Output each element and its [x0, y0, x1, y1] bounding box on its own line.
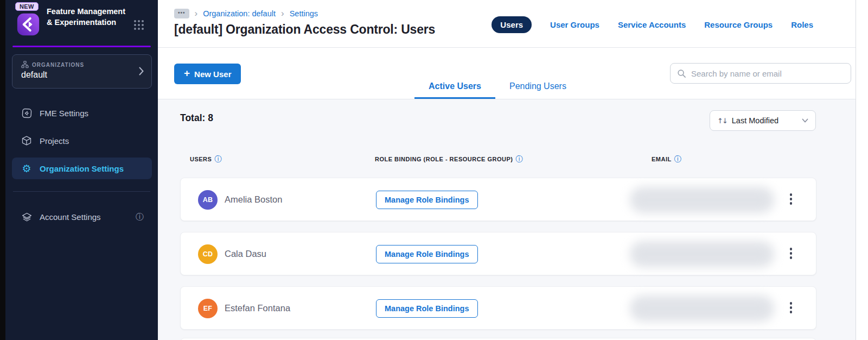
sidebar-item-label: Account Settings [40, 212, 101, 222]
redacted-email [630, 241, 774, 267]
sort-arrows-icon: ↑↓ [717, 117, 727, 125]
main-area: ••• › Organization: default › Settings [… [158, 0, 856, 340]
gear-icon: ⚙ [21, 163, 33, 174]
manage-role-bindings-button[interactable]: Manage Role Bindings [376, 191, 478, 209]
info-icon[interactable]: ⓘ [214, 154, 222, 164]
page-header: ••• › Organization: default › Settings [… [158, 0, 856, 48]
sidebar-item-label: Projects [40, 136, 69, 146]
projects-cube-icon [21, 135, 33, 146]
column-header-users: USERS ⓘ [190, 154, 222, 164]
manage-role-bindings-button[interactable]: Manage Role Bindings [376, 299, 478, 318]
new-user-button[interactable]: + New User [174, 64, 241, 84]
user-name: Estefan Fontana [225, 303, 290, 313]
sidebar-divider [13, 191, 150, 192]
background-edge [0, 0, 5, 340]
sidebar-item-label: Organization Settings [40, 164, 124, 173]
manage-role-bindings-button[interactable]: Manage Role Bindings [376, 245, 478, 263]
tab-users[interactable]: Users [492, 16, 532, 33]
redacted-email [630, 187, 774, 213]
layers-icon [21, 211, 33, 223]
chevron-right-icon [139, 67, 144, 75]
table-row: AB Amelia Boston Manage Role Bindings [180, 178, 816, 221]
sidebar-nav: FME Settings Projects ⚙ Organization Set… [5, 102, 158, 228]
avatar: EF [198, 299, 218, 318]
tab-user-groups[interactable]: User Groups [550, 20, 599, 29]
tab-service-accounts[interactable]: Service Accounts [618, 20, 686, 29]
sidebar-item-organization-settings[interactable]: ⚙ Organization Settings [12, 158, 152, 179]
total-count: Total: 8 [180, 112, 213, 124]
user-state-tabs: Active Users Pending Users [414, 74, 580, 99]
info-icon[interactable]: ⓘ [136, 212, 144, 222]
kebab-menu-icon[interactable] [789, 301, 794, 314]
organization-icon [21, 61, 29, 68]
sort-selected-value: Last Modified [732, 116, 797, 125]
sidebar-item-label: FME Settings [40, 109, 88, 118]
app-logo-icon [16, 12, 40, 36]
chevron-down-icon [802, 118, 808, 123]
breadcrumb-link-settings[interactable]: Settings [290, 9, 318, 18]
sidebar-header: NEW Feature Management & Experimentation [5, 0, 158, 46]
search-input[interactable] [691, 69, 844, 78]
column-header-role-binding: ROLE BINDING (ROLE - RESOURCE GROUP) ⓘ [375, 154, 523, 164]
plus-icon: + [184, 67, 190, 79]
user-rows: AB Amelia Boston Manage Role Bindings CD… [180, 178, 816, 340]
users-list-section: Total: 8 ↑↓ Last Modified USERS ⓘ ROLE B… [158, 99, 856, 340]
avatar: CD [198, 244, 218, 264]
organization-selector[interactable]: ORGANIZATIONS default [12, 54, 152, 89]
breadcrumb: ••• › Organization: default › Settings [174, 9, 318, 18]
info-icon[interactable]: ⓘ [516, 154, 524, 164]
chevron-separator-icon: › [195, 9, 198, 18]
redacted-email [630, 295, 774, 322]
avatar: AB [198, 190, 218, 210]
breadcrumb-link-organization[interactable]: Organization: default [203, 9, 276, 18]
organizations-label: ORGANIZATIONS [32, 62, 84, 68]
user-name: Cala Dasu [225, 249, 266, 259]
chevron-separator-icon: › [281, 9, 284, 18]
column-header-email: EMAIL ⓘ [652, 154, 681, 164]
organization-name: default [21, 70, 144, 80]
breadcrumb-ellipsis[interactable]: ••• [174, 9, 189, 18]
sort-dropdown[interactable]: ↑↓ Last Modified [710, 110, 816, 131]
table-row: CD Cala Dasu Manage Role Bindings [180, 232, 816, 275]
sidebar-item-fme-settings[interactable]: FME Settings [5, 102, 158, 124]
access-control-tabs: Users User Groups Service Accounts Resou… [492, 16, 813, 33]
kebab-menu-icon[interactable] [789, 192, 794, 206]
kebab-menu-icon[interactable] [789, 247, 794, 260]
new-badge: NEW [15, 2, 39, 11]
tab-resource-groups[interactable]: Resource Groups [704, 20, 773, 29]
fme-settings-icon [21, 108, 33, 119]
sidebar-accent-divider [12, 46, 151, 47]
app-window: NEW Feature Management & Experimentation [0, 0, 868, 340]
app-title: Feature Management & Experimentation [47, 6, 129, 28]
tab-roles[interactable]: Roles [791, 20, 813, 29]
sidebar-item-projects[interactable]: Projects [5, 130, 158, 152]
sidebar-item-account-settings[interactable]: Account Settings ⓘ [5, 206, 158, 228]
tab-active-users[interactable]: Active Users [414, 74, 495, 99]
app-switcher-grid-icon[interactable] [134, 20, 144, 30]
sidebar: NEW Feature Management & Experimentation [5, 0, 158, 340]
search-box[interactable] [670, 63, 851, 84]
user-name: Amelia Boston [225, 194, 282, 205]
page-title: [default] Organization Access Control: U… [174, 22, 435, 37]
table-row: EF Estefan Fontana Manage Role Bindings [180, 286, 816, 330]
info-icon[interactable]: ⓘ [674, 154, 682, 164]
tab-pending-users[interactable]: Pending Users [495, 74, 580, 99]
search-icon [677, 69, 686, 78]
table-row-partial [180, 338, 816, 340]
toolbar: + New User Active Users Pending Users [158, 48, 856, 99]
